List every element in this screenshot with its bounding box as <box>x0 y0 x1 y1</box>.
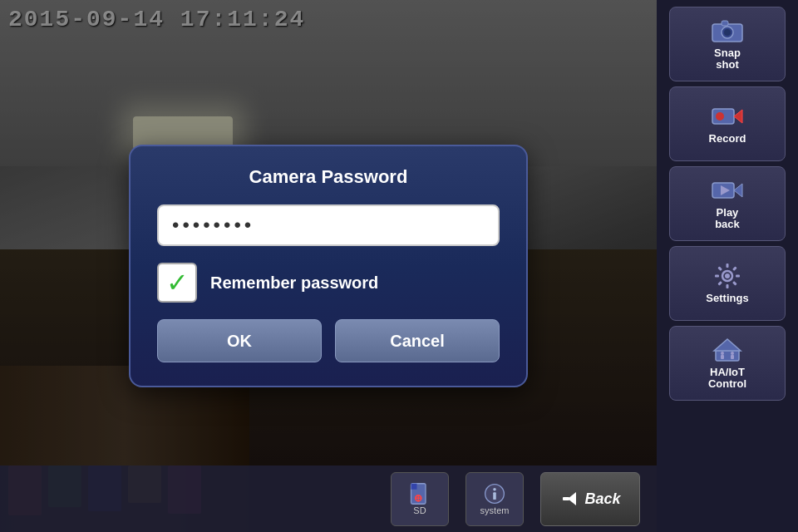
record-button[interactable]: Record <box>669 86 786 161</box>
ok-button[interactable]: OK <box>157 319 322 362</box>
svg-rect-21 <box>727 264 729 268</box>
svg-rect-7 <box>493 492 496 500</box>
record-icon <box>711 103 744 130</box>
svg-point-6 <box>493 488 496 491</box>
sd-label: SD <box>413 505 426 515</box>
svg-rect-8 <box>563 497 569 500</box>
snapshot-button[interactable]: Snapshot <box>669 7 786 81</box>
svg-rect-34 <box>731 355 734 359</box>
sidebar: Snapshot Record Playback <box>657 0 798 532</box>
remember-checkbox[interactable]: ✓ <box>157 263 197 303</box>
snapshot-label: Snapshot <box>714 47 741 71</box>
password-input[interactable] <box>157 204 500 246</box>
back-button[interactable]: Back <box>540 472 640 526</box>
ha-iot-button[interactable]: HA/IoTControl <box>669 326 786 401</box>
system-button[interactable]: system <box>466 472 524 526</box>
svg-point-33 <box>731 352 734 355</box>
settings-icon <box>711 263 744 289</box>
back-arrow-icon <box>559 490 579 507</box>
svg-rect-27 <box>715 274 719 277</box>
settings-label: Settings <box>706 293 748 304</box>
svg-rect-12 <box>722 21 728 26</box>
back-label: Back <box>584 490 620 508</box>
ha-icon <box>711 337 744 363</box>
svg-rect-25 <box>727 284 729 288</box>
password-input-wrapper <box>157 204 500 246</box>
svg-point-15 <box>716 112 724 121</box>
playback-button[interactable]: Playback <box>669 166 786 241</box>
svg-rect-22 <box>732 266 737 271</box>
remember-label: Remember password <box>210 273 378 293</box>
record-label: Record <box>709 133 746 145</box>
playback-label: Playback <box>715 207 740 231</box>
svg-point-20 <box>725 273 730 278</box>
password-dialog: Camera Password ✓ Remember password OK C… <box>129 145 528 387</box>
system-label: system <box>480 505 510 515</box>
bottom-bar: SD system Back <box>0 466 657 532</box>
svg-rect-32 <box>721 355 724 359</box>
ha-iot-label: HA/IoTControl <box>708 367 746 391</box>
svg-rect-28 <box>717 266 722 271</box>
svg-point-31 <box>721 352 724 355</box>
dialog-overlay: Camera Password ✓ Remember password OK C… <box>0 0 657 532</box>
svg-marker-14 <box>734 110 742 123</box>
settings-button[interactable]: Settings <box>669 246 786 321</box>
cancel-button[interactable]: Cancel <box>335 319 500 362</box>
svg-rect-1 <box>411 484 417 490</box>
remember-row: ✓ Remember password <box>157 263 500 303</box>
camera-icon <box>711 17 744 44</box>
system-icon <box>481 482 508 505</box>
dialog-buttons: OK Cancel <box>157 319 500 362</box>
checkmark-icon: ✓ <box>166 269 189 296</box>
playback-icon <box>711 177 744 204</box>
svg-rect-24 <box>732 281 737 286</box>
sd-button[interactable]: SD <box>391 472 449 526</box>
svg-point-11 <box>724 29 731 36</box>
svg-rect-23 <box>736 274 740 277</box>
svg-marker-17 <box>734 184 742 197</box>
svg-marker-30 <box>714 339 741 351</box>
dialog-title: Camera Password <box>249 166 408 188</box>
sd-icon <box>406 482 433 505</box>
svg-rect-26 <box>717 281 722 286</box>
